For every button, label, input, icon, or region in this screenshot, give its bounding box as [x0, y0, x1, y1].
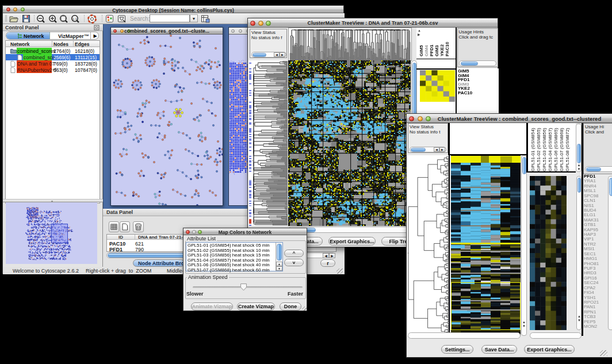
svg-text:1:1: 1:1 — [72, 17, 78, 21]
